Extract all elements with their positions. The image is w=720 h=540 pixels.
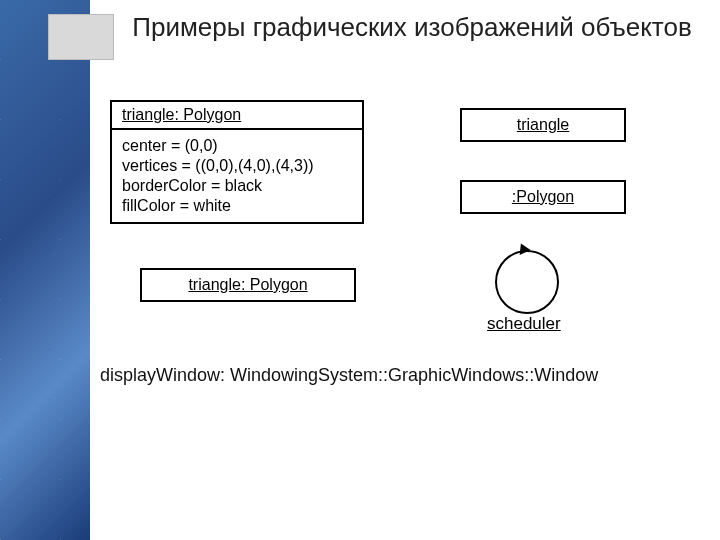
title-tab: [48, 14, 114, 60]
uml-object-name-only: triangle: [460, 108, 626, 142]
scheduler-label: scheduler: [487, 314, 561, 334]
object-attributes: center = (0,0) vertices = ((0,0),(4,0),(…: [112, 128, 362, 222]
uml-object-class-only: :Polygon: [460, 180, 626, 214]
object-header: triangle: Polygon: [112, 102, 362, 128]
uml-object-name-class: triangle: Polygon: [140, 268, 356, 302]
attr-line: borderColor = black: [122, 176, 352, 196]
attr-line: fillColor = white: [122, 196, 352, 216]
active-object-circle-icon: [495, 250, 559, 314]
attr-line: center = (0,0): [122, 136, 352, 156]
diagram-area: triangle: Polygon center = (0,0) vertice…: [90, 100, 710, 530]
slide-sidebar: [0, 0, 90, 540]
slide-title: Примеры графических изображений объектов: [112, 12, 712, 43]
attr-line: vertices = ((0,0),(4,0),(4,3)): [122, 156, 352, 176]
uml-object-full: triangle: Polygon center = (0,0) vertice…: [110, 100, 364, 224]
qualified-object-name: displayWindow: WindowingSystem::GraphicW…: [100, 365, 598, 386]
